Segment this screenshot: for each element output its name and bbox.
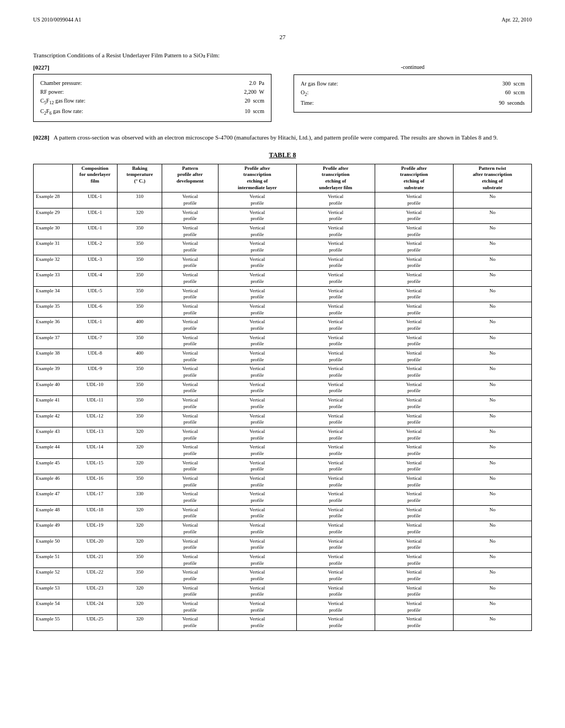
cell-10-7: No xyxy=(453,349,531,365)
cell-25-5: Verticalprofile xyxy=(296,584,375,599)
cell-17-2: 320 xyxy=(118,458,162,474)
cell-5-1: UDL-4 xyxy=(73,271,118,286)
page-number: 27 xyxy=(33,34,532,40)
col-header-5: Profile aftertranscriptionetching ofunde… xyxy=(296,164,375,192)
cell-17-4: Verticalprofile xyxy=(218,458,296,474)
table-row: Example 46UDL-16350VerticalprofileVertic… xyxy=(34,474,532,490)
cell-26-6: Verticalprofile xyxy=(375,599,453,615)
cell-16-3: Verticalprofile xyxy=(162,443,218,458)
cell-23-6: Verticalprofile xyxy=(375,552,453,568)
cond-label-r1: Ar gas flow rate: xyxy=(301,79,338,88)
cond-row-1: Chamber pressure: 2.0 Pa xyxy=(40,79,264,88)
cell-22-5: Verticalprofile xyxy=(296,537,375,552)
cell-3-2: 350 xyxy=(118,239,162,255)
cell-1-5: Verticalprofile xyxy=(296,208,375,223)
cell-2-0: Example 30 xyxy=(34,224,73,239)
cond-label-r2: O2: xyxy=(301,88,308,98)
cell-26-1: UDL-24 xyxy=(73,599,118,615)
cell-11-1: UDL-9 xyxy=(73,365,118,380)
cell-17-5: Verticalprofile xyxy=(296,458,375,474)
cell-13-6: Verticalprofile xyxy=(375,396,453,411)
cell-27-0: Example 55 xyxy=(34,615,73,630)
cell-9-1: UDL-7 xyxy=(73,333,118,349)
table-row: Example 51UDL-21350VerticalprofileVertic… xyxy=(34,552,532,568)
cell-20-5: Verticalprofile xyxy=(296,505,375,521)
cell-2-1: UDL-1 xyxy=(73,224,118,239)
table-row: Example 42UDL-12350VerticalprofileVertic… xyxy=(34,411,532,427)
cell-27-3: Verticalprofile xyxy=(162,615,218,630)
cell-6-1: UDL-5 xyxy=(73,286,118,302)
cell-3-1: UDL-2 xyxy=(73,239,118,255)
table-row: Example 39UDL-9350VerticalprofileVertica… xyxy=(34,365,532,380)
cell-18-7: No xyxy=(453,474,531,490)
cell-23-0: Example 51 xyxy=(34,552,73,568)
cell-8-3: Verticalprofile xyxy=(162,318,218,333)
cell-18-1: UDL-16 xyxy=(73,474,118,490)
table-row: Example 40UDL-10350VerticalprofileVertic… xyxy=(34,380,532,395)
table-row: Example 37UDL-7350VerticalprofileVertica… xyxy=(34,333,532,349)
cell-16-0: Example 44 xyxy=(34,443,73,458)
cell-2-6: Verticalprofile xyxy=(375,224,453,239)
cell-8-2: 400 xyxy=(118,318,162,333)
table-row: Example 50UDL-20320VerticalprofileVertic… xyxy=(34,537,532,552)
cell-3-5: Verticalprofile xyxy=(296,239,375,255)
cond-label-3: C5F12 gas flow rate: xyxy=(40,97,86,106)
col-header-4: Profile aftertranscriptionetching ofinte… xyxy=(218,164,296,192)
cell-23-4: Verticalprofile xyxy=(218,552,296,568)
cond-value-r3: 90 seconds xyxy=(499,99,525,108)
cell-7-4: Verticalprofile xyxy=(218,302,296,317)
cell-11-3: Verticalprofile xyxy=(162,365,218,380)
cell-24-6: Verticalprofile xyxy=(375,568,453,584)
table-row: Example 47UDL-17330VerticalprofileVertic… xyxy=(34,490,532,505)
cell-6-7: No xyxy=(453,286,531,302)
section-title: Transcription Conditions of a Resist Und… xyxy=(33,51,532,60)
cell-5-4: Verticalprofile xyxy=(218,271,296,286)
conditions-right: -continued Ar gas flow rate: 300 sccm O2… xyxy=(294,64,532,122)
cell-22-2: 320 xyxy=(118,537,162,552)
cell-15-2: 320 xyxy=(118,427,162,442)
cond-label-r3: Time: xyxy=(301,99,314,108)
cell-19-6: Verticalprofile xyxy=(375,490,453,505)
paragraph-ref-0228: [0228] xyxy=(33,134,49,141)
cell-6-0: Example 34 xyxy=(34,286,73,302)
cell-17-0: Example 45 xyxy=(34,458,73,474)
cell-21-3: Verticalprofile xyxy=(162,521,218,537)
table-row: Example 48UDL-18320VerticalprofileVertic… xyxy=(34,505,532,521)
cell-20-2: 320 xyxy=(118,505,162,521)
cell-15-0: Example 43 xyxy=(34,427,73,442)
cell-5-0: Example 33 xyxy=(34,271,73,286)
cell-25-1: UDL-23 xyxy=(73,584,118,599)
cell-23-3: Verticalprofile xyxy=(162,552,218,568)
table-title: TABLE 8 xyxy=(33,151,532,159)
table-row: Example 34UDL-5350VerticalprofileVertica… xyxy=(34,286,532,302)
table-row: Example 45UDL-15320VerticalprofileVertic… xyxy=(34,458,532,474)
conditions-block: [0227] Chamber pressure: 2.0 Pa RF power… xyxy=(33,64,532,122)
col-header-7: Pattern twistafter transcriptionetching … xyxy=(453,164,531,192)
cell-13-1: UDL-11 xyxy=(73,396,118,411)
cell-24-7: No xyxy=(453,568,531,584)
cell-23-7: No xyxy=(453,552,531,568)
cell-24-3: Verticalprofile xyxy=(162,568,218,584)
cell-6-4: Verticalprofile xyxy=(218,286,296,302)
col-header-6: Profile aftertranscriptionetching ofsubs… xyxy=(375,164,453,192)
table-row: Example 30UDL-1350VerticalprofileVertica… xyxy=(34,224,532,239)
conditions-table-right: Ar gas flow rate: 300 sccm O2: 60 sccm T… xyxy=(294,74,532,112)
cell-18-6: Verticalprofile xyxy=(375,474,453,490)
cell-23-1: UDL-21 xyxy=(73,552,118,568)
cell-2-7: No xyxy=(453,224,531,239)
cell-8-4: Verticalprofile xyxy=(218,318,296,333)
cell-16-4: Verticalprofile xyxy=(218,443,296,458)
cell-25-4: Verticalprofile xyxy=(218,584,296,599)
table-row: Example 36UDL-1400VerticalprofileVertica… xyxy=(34,318,532,333)
cell-24-2: 350 xyxy=(118,568,162,584)
cell-4-3: Verticalprofile xyxy=(162,255,218,270)
cell-0-7: No xyxy=(453,192,531,208)
cell-7-5: Verticalprofile xyxy=(296,302,375,317)
cond-row-4: C2F6 gas flow rate: 10 sccm xyxy=(40,107,264,117)
cell-25-3: Verticalprofile xyxy=(162,584,218,599)
cell-12-6: Verticalprofile xyxy=(375,380,453,395)
cell-16-7: No xyxy=(453,443,531,458)
cell-3-3: Verticalprofile xyxy=(162,239,218,255)
cell-5-6: Verticalprofile xyxy=(375,271,453,286)
cell-12-3: Verticalprofile xyxy=(162,380,218,395)
